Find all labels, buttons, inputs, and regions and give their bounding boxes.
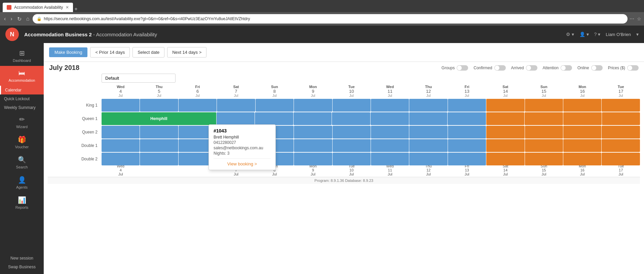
address-bar[interactable]: 🔒 https://secure.netbookings.com.au/test… [33, 14, 628, 24]
day-cell[interactable] [294, 112, 332, 125]
day-cell[interactable] [448, 139, 486, 152]
day-cell[interactable] [217, 99, 255, 112]
sidebar-item-accommodation[interactable]: 🛏 Accommodation [0, 66, 44, 86]
sidebar-new-session[interactable]: New session [6, 254, 37, 263]
day-cell[interactable] [602, 112, 640, 125]
day-cell[interactable] [563, 139, 601, 152]
make-booking-button[interactable]: Make Booking [49, 47, 87, 57]
day-cell[interactable] [486, 153, 524, 165]
day-cell[interactable] [140, 99, 178, 112]
home-button[interactable]: ⌂ [25, 14, 31, 23]
day-cell[interactable] [371, 99, 409, 112]
day-cell[interactable] [140, 139, 178, 152]
confirmed-toggle[interactable] [494, 65, 506, 71]
day-cell[interactable] [102, 153, 140, 165]
day-cell[interactable] [409, 139, 447, 152]
day-cell[interactable] [409, 153, 447, 165]
view-dropdown[interactable]: Default [102, 74, 176, 83]
prices-toggle[interactable] [627, 65, 639, 71]
day-cell[interactable] [333, 126, 371, 139]
booking-email: sales@netbookings.com.au [214, 146, 271, 150]
confirmed-label: Confirmed [473, 66, 492, 70]
day-cell[interactable] [486, 126, 524, 139]
day-cell[interactable] [563, 126, 601, 139]
day-cell[interactable] [371, 112, 409, 125]
day-cell[interactable] [409, 126, 447, 139]
sidebar-sub-quick-lockout[interactable]: Quick Lockout [0, 94, 44, 103]
online-toggle[interactable] [591, 65, 603, 71]
day-cell[interactable] [294, 99, 332, 112]
day-cell[interactable] [409, 99, 447, 112]
search-icon: 🔍 [18, 156, 26, 164]
day-cell[interactable] [563, 153, 601, 165]
day-cell[interactable] [371, 139, 409, 152]
day-cell[interactable] [486, 139, 524, 152]
day-cell[interactable] [525, 139, 563, 152]
sidebar-sub-calendar[interactable]: Calendar [0, 86, 44, 94]
day-cell[interactable] [448, 126, 486, 139]
day-cell[interactable] [448, 153, 486, 165]
day-cell[interactable] [563, 99, 601, 112]
sidebar-swap-business[interactable]: Swap Business [4, 263, 40, 271]
sidebar-item-reports[interactable]: 📊 Reports [0, 193, 44, 213]
day-cell[interactable] [217, 112, 255, 125]
tab-close[interactable]: ✕ [66, 5, 69, 10]
day-cell[interactable] [371, 126, 409, 139]
booking-bar-hemphill[interactable]: Hemphill [102, 112, 216, 125]
day-cell[interactable] [294, 126, 332, 139]
day-cell[interactable] [486, 112, 525, 125]
sidebar-item-search[interactable]: 🔍 Search [0, 152, 44, 172]
day-cell[interactable] [448, 112, 486, 125]
day-cell[interactable] [602, 126, 640, 139]
active-tab[interactable]: Accommodation Availability ✕ [3, 3, 73, 12]
bookmark-icon[interactable]: ☆ [637, 16, 641, 22]
groups-toggle[interactable] [457, 65, 468, 71]
day-cell[interactable] [179, 99, 217, 112]
day-cell[interactable] [409, 112, 448, 125]
day-cell[interactable] [525, 126, 563, 139]
day-cell[interactable] [255, 112, 293, 125]
day-cell[interactable] [525, 153, 563, 165]
refresh-button[interactable]: ↻ [16, 14, 23, 24]
day-cell[interactable] [333, 153, 371, 165]
help-icon[interactable]: ? ▾ [594, 32, 601, 37]
day-cell[interactable] [525, 112, 563, 125]
extensions-icon[interactable]: ⋯ [630, 16, 634, 22]
sidebar-item-agents[interactable]: 👤 Agents [0, 172, 44, 193]
day-cell[interactable] [256, 99, 294, 112]
day-cell[interactable] [602, 139, 640, 152]
user-icon[interactable]: 👤 ▾ [579, 32, 589, 37]
back-button[interactable]: ‹ [3, 14, 7, 23]
next-14-button[interactable]: Next 14 days > [167, 47, 206, 57]
sidebar-sub-weekly-summary[interactable]: Weekly Summary [0, 103, 44, 112]
day-cell[interactable] [563, 112, 602, 125]
sidebar-item-wizard[interactable]: ✏ Wizard [0, 112, 44, 132]
attention-toggle[interactable] [561, 65, 572, 71]
day-cell[interactable] [102, 139, 140, 152]
view-booking-link[interactable]: View booking > [214, 158, 271, 166]
day-cell[interactable] [102, 99, 140, 112]
day-cell[interactable] [140, 126, 178, 139]
day-cell[interactable] [333, 99, 371, 112]
day-cell[interactable] [602, 153, 640, 165]
new-tab-button[interactable]: + [74, 6, 77, 12]
forward-button[interactable]: › [9, 14, 13, 23]
day-cell[interactable] [602, 99, 640, 112]
day-cell[interactable] [486, 99, 524, 112]
day-cell[interactable] [448, 99, 486, 112]
day-cell[interactable] [371, 153, 409, 165]
day-cell[interactable] [294, 153, 332, 165]
day-cell[interactable] [102, 126, 140, 139]
day-cell[interactable] [525, 99, 563, 112]
select-date-button[interactable]: Select date [132, 47, 164, 57]
sidebar-item-dashboard[interactable]: ⊞ Dashboard [0, 46, 44, 66]
settings-icon[interactable]: ⚙ ▾ [566, 32, 574, 37]
sidebar-item-voucher[interactable]: 🎁 Voucher [0, 132, 44, 152]
day-cell[interactable] [332, 112, 370, 125]
user-dropdown-icon[interactable]: ▾ [636, 32, 639, 37]
day-cell[interactable] [294, 139, 332, 152]
day-cell[interactable] [140, 153, 178, 165]
prior-14-button[interactable]: < Prior 14 days [90, 47, 130, 57]
day-cell[interactable] [333, 139, 371, 152]
arrived-toggle[interactable] [526, 65, 537, 71]
